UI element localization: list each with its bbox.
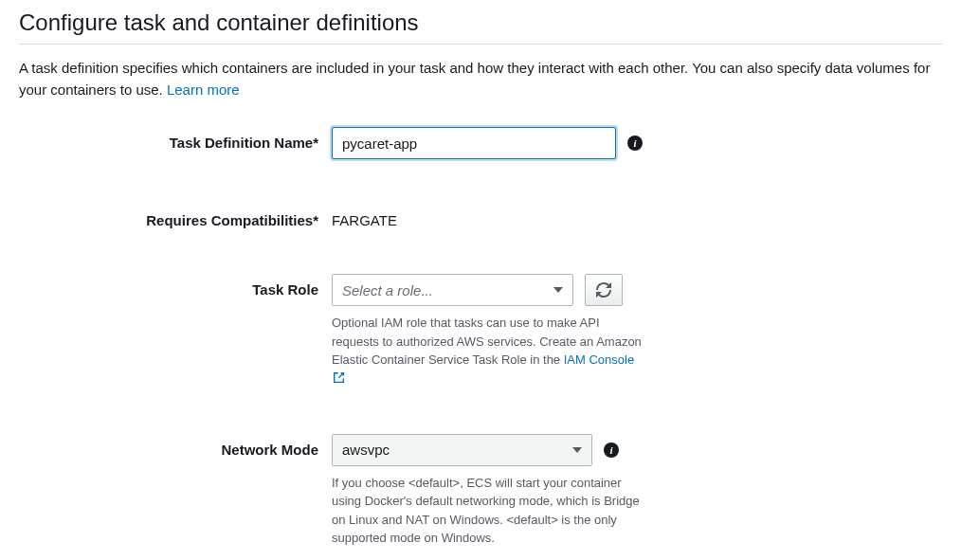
network-mode-select[interactable]: awsvpc <box>332 434 592 466</box>
task-role-help: Optional IAM role that tasks can use to … <box>332 314 644 388</box>
label-task-definition-name: Task Definition Name* <box>19 127 332 151</box>
chevron-down-icon <box>553 287 563 293</box>
label-compatibilities: Requires Compatibilities* <box>19 205 332 228</box>
page-description: A task definition specifies which contai… <box>19 58 942 100</box>
compatibilities-value: FARGATE <box>332 205 397 228</box>
row-task-definition-name: Task Definition Name* i <box>19 127 942 159</box>
task-definition-name-input[interactable] <box>332 127 616 159</box>
learn-more-link[interactable]: Learn more <box>167 81 240 98</box>
row-task-role: Task Role Select a role... Optional IAM … <box>19 274 942 388</box>
external-link-icon <box>334 370 344 388</box>
info-icon[interactable]: i <box>604 443 619 458</box>
task-role-select[interactable]: Select a role... <box>332 274 573 306</box>
task-role-placeholder: Select a role... <box>342 282 433 298</box>
refresh-button[interactable] <box>585 274 623 306</box>
info-icon[interactable]: i <box>627 135 643 151</box>
network-mode-value: awsvpc <box>342 442 390 458</box>
row-compatibilities: Requires Compatibilities* FARGATE <box>19 205 942 228</box>
row-network-mode: Network Mode awsvpc i If you choose <def… <box>19 434 942 548</box>
page-description-text: A task definition specifies which contai… <box>19 60 930 98</box>
chevron-down-icon <box>572 447 582 453</box>
page-title: Configure task and container definitions <box>19 9 942 45</box>
network-mode-help: If you choose <default>, ECS will start … <box>332 474 644 548</box>
refresh-icon <box>596 282 611 298</box>
label-task-role: Task Role <box>19 274 332 298</box>
label-network-mode: Network Mode <box>19 434 332 458</box>
